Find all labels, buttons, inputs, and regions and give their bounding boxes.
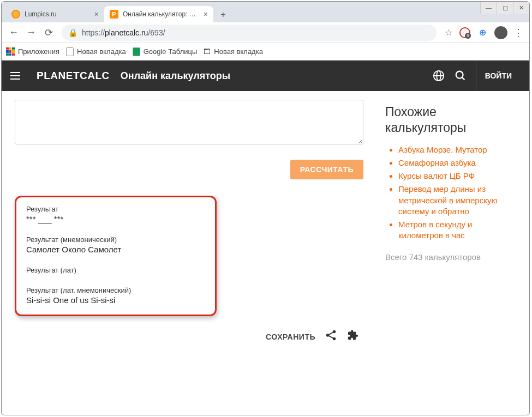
url-path: /693/ xyxy=(148,28,165,37)
sidebar: Похожие калькуляторы Азбука Морзе. Мутат… xyxy=(385,91,516,415)
sidebar-link[interactable]: Перевод мер длины из метрической в импер… xyxy=(398,184,516,217)
share-icon[interactable] xyxy=(325,329,337,345)
address-bar: ← → ⟳ 🔒 https://planetcalc.ru/693/ ☆ ⊕ ⋮ xyxy=(2,22,529,43)
favicon: P xyxy=(110,10,118,19)
back-button[interactable]: ← xyxy=(6,25,21,40)
save-button[interactable]: СОХРАНИТЬ xyxy=(266,333,315,341)
menu-button[interactable] xyxy=(10,69,23,82)
svg-line-8 xyxy=(328,333,333,335)
result-label: Результат xyxy=(26,205,205,213)
browser-tab[interactable]: Lumpics.ru × xyxy=(6,6,104,22)
lock-icon: 🔒 xyxy=(68,28,77,37)
new-tab-button[interactable]: + xyxy=(216,7,231,22)
calculate-button[interactable]: РАССЧИТАТЬ xyxy=(290,160,363,179)
bookmark-label: Приложения xyxy=(18,47,59,56)
url-domain: planetcalc.ru xyxy=(105,28,148,37)
result-value: Si-si-si One of us Si-si-si xyxy=(26,295,205,305)
apps-button[interactable]: Приложения xyxy=(6,47,59,56)
tab-close-icon[interactable]: × xyxy=(94,10,99,19)
search-icon xyxy=(455,70,467,82)
input-textarea[interactable] xyxy=(15,100,363,144)
sidebar-link[interactable]: Метров в секунду и километров в час xyxy=(398,219,516,241)
browser-tab-active[interactable]: P Онлайн калькулятор: Азбука Мо… × xyxy=(104,6,213,22)
brand-logo[interactable]: PLANETCALC xyxy=(37,70,110,82)
bookmark-icon: 🗔 xyxy=(204,47,211,56)
sidebar-footer-text: Всего 743 калькуляторов xyxy=(385,251,516,263)
bookmark-item[interactable]: 🗔 Новая вкладка xyxy=(204,47,263,56)
bookmark-label: Новая вкладка xyxy=(77,47,126,56)
globe-extension-icon[interactable]: ⊕ xyxy=(477,27,488,38)
tab-close-icon[interactable]: × xyxy=(204,10,208,19)
tab-strip: Lumpics.ru × P Онлайн калькулятор: Азбук… xyxy=(2,2,529,22)
result-value: Самолет Около Самолет xyxy=(26,245,205,254)
login-button[interactable]: ВОЙТИ xyxy=(476,61,521,91)
sidebar-list: Азбука Морзе. Мутатор Семафорная азбука … xyxy=(385,144,516,241)
result-label: Результат (лат, мнемонический) xyxy=(26,286,205,294)
star-icon[interactable]: ☆ xyxy=(442,26,455,39)
language-button[interactable] xyxy=(428,65,450,87)
bookmark-label: Новая вкладка xyxy=(214,47,263,56)
site-subtitle: Онлайн калькуляторы xyxy=(121,70,230,82)
sidebar-link[interactable]: Семафорная азбука xyxy=(398,158,516,168)
search-button[interactable] xyxy=(450,65,471,87)
maximize-button[interactable]: ▢ xyxy=(497,2,513,14)
file-icon xyxy=(66,47,74,56)
browser-menu-button[interactable]: ⋮ xyxy=(512,26,525,39)
url-field[interactable]: 🔒 https://planetcalc.ru/693/ xyxy=(62,25,437,41)
result-value: *** ___ *** xyxy=(26,214,205,223)
svg-point-3 xyxy=(456,71,463,78)
results-panel: Результат *** ___ *** Результат (мнемони… xyxy=(15,196,217,316)
bookmark-label: Google Таблицы xyxy=(144,47,198,56)
sheets-icon xyxy=(133,47,140,56)
globe-icon xyxy=(433,70,445,82)
window-controls: — ▢ ✕ xyxy=(480,2,529,14)
result-label: Результат (мнемонический) xyxy=(26,235,205,244)
result-label: Результат (лат) xyxy=(26,266,205,274)
bookmark-item[interactable]: Новая вкладка xyxy=(66,47,126,56)
reload-button[interactable]: ⟳ xyxy=(41,25,56,40)
sidebar-link[interactable]: Курсы валют ЦБ РФ xyxy=(398,171,516,182)
url-protocol: https:// xyxy=(82,28,105,37)
extension-icon[interactable] xyxy=(347,329,359,345)
forward-button[interactable]: → xyxy=(23,25,39,40)
favicon xyxy=(11,10,20,19)
bookmarks-bar: Приложения Новая вкладка Google Таблицы … xyxy=(2,43,529,61)
minimize-button[interactable]: — xyxy=(480,2,497,14)
sidebar-link[interactable]: Азбука Морзе. Мутатор xyxy=(398,144,516,155)
site-header: PLANETCALC Онлайн калькуляторы ВОЙТИ xyxy=(2,61,529,91)
adblock-extension-icon[interactable] xyxy=(459,27,470,38)
bookmark-item[interactable]: Google Таблицы xyxy=(133,47,198,56)
svg-line-9 xyxy=(328,336,333,339)
profile-avatar[interactable] xyxy=(494,26,507,39)
sidebar-title: Похожие калькуляторы xyxy=(385,104,516,136)
close-window-button[interactable]: ✕ xyxy=(513,2,529,14)
tab-title: Онлайн калькулятор: Азбука Мо… xyxy=(123,10,199,18)
svg-line-4 xyxy=(462,77,464,80)
apps-icon xyxy=(6,47,15,56)
tab-title: Lumpics.ru xyxy=(25,10,90,18)
